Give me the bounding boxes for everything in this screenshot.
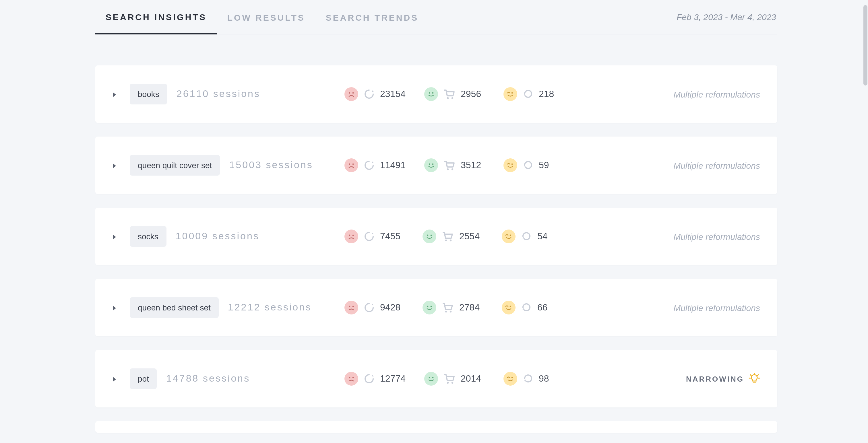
expand-icon[interactable] [113, 92, 117, 96]
row-note: Multiple reformulations [673, 303, 760, 312]
expand-icon[interactable] [113, 163, 117, 167]
metric-bounce: 7455 [344, 229, 404, 243]
exit-icon [364, 89, 374, 99]
refresh-icon [523, 160, 533, 170]
svg-point-33 [451, 382, 453, 384]
query-pill[interactable]: pot [130, 369, 157, 389]
expand-icon[interactable] [113, 376, 117, 381]
svg-point-10 [432, 163, 433, 165]
svg-point-29 [352, 377, 354, 378]
metric-value: 23154 [380, 89, 406, 99]
svg-point-20 [510, 235, 511, 236]
metric-value: 9428 [380, 303, 404, 313]
svg-point-9 [429, 163, 430, 165]
metric-cart: 2554 [423, 229, 484, 243]
expand-icon[interactable] [113, 305, 117, 310]
metric-value: 54 [537, 231, 561, 242]
metric-bounce: 9428 [344, 301, 404, 314]
metric-bounce: 11491 [344, 158, 406, 172]
metric-bounce: 23154 [344, 87, 406, 101]
metric-value: 3512 [461, 160, 485, 170]
sessions-count: 15003 sessions [229, 160, 313, 171]
insight-row: socks 10009 sessions 7455 [95, 208, 777, 265]
sad-face-icon [344, 87, 358, 101]
happy-face-icon [424, 372, 438, 386]
svg-point-12 [451, 168, 453, 170]
metric-cart: 2014 [424, 372, 485, 386]
metric-value: 7455 [380, 231, 404, 242]
metric-value: 2014 [461, 374, 485, 384]
narrowing-label: Narrowing [686, 374, 744, 383]
exit-icon [364, 160, 374, 170]
metric-value: 218 [539, 89, 563, 99]
svg-point-27 [510, 306, 511, 307]
wink-face-icon [503, 87, 517, 101]
svg-point-7 [349, 163, 350, 165]
svg-point-26 [450, 311, 452, 312]
svg-point-19 [450, 240, 452, 241]
query-pill[interactable]: queen quilt cover set [130, 155, 220, 176]
insight-row: queen quilt cover set 15003 sessions 114… [95, 136, 777, 194]
cart-icon [443, 374, 455, 384]
scrollbar-thumb[interactable] [863, 5, 867, 86]
refresh-icon [523, 374, 533, 384]
svg-point-32 [446, 382, 448, 384]
metric-value: 12774 [380, 374, 406, 384]
metric-retry: 59 [503, 158, 563, 172]
metric-retry: 54 [502, 229, 561, 243]
svg-point-14 [349, 235, 350, 236]
svg-point-23 [427, 306, 429, 307]
tabs-row: Search Insights Low Results Search Trend… [95, 0, 777, 34]
metric-value: 98 [539, 374, 563, 384]
svg-point-24 [431, 306, 432, 307]
svg-point-21 [349, 306, 350, 307]
refresh-icon [521, 231, 532, 242]
svg-point-16 [427, 235, 429, 236]
svg-point-1 [352, 92, 354, 94]
svg-point-8 [352, 163, 354, 165]
tab-low-results[interactable]: Low Results [217, 1, 315, 33]
row-note: Multiple reformulations [673, 231, 760, 241]
happy-face-icon [423, 301, 436, 314]
query-pill[interactable]: socks [130, 226, 166, 247]
metric-cart: 2956 [424, 87, 485, 101]
tab-search-insights[interactable]: Search Insights [95, 0, 217, 34]
query-pill[interactable]: books [130, 84, 167, 104]
metric-retry: 98 [503, 372, 563, 386]
tab-search-trends[interactable]: Search Trends [315, 1, 429, 33]
svg-point-3 [432, 92, 433, 94]
svg-point-13 [511, 163, 513, 165]
svg-point-25 [445, 311, 447, 312]
svg-point-28 [349, 377, 350, 378]
cart-icon [443, 160, 455, 170]
insight-row: queen bed sheet set 12212 sessions 9428 [95, 279, 777, 336]
date-range: Feb 3, 2023 - Mar 4, 2023 [677, 12, 777, 22]
svg-point-18 [445, 240, 447, 241]
query-pill[interactable]: queen bed sheet set [130, 297, 219, 318]
row-note: Multiple reformulations [673, 89, 760, 99]
wink-face-icon [503, 372, 517, 386]
cart-icon [442, 231, 454, 242]
sad-face-icon [344, 301, 358, 314]
metric-value: 2956 [461, 89, 485, 99]
metric-cart: 2784 [423, 301, 484, 314]
svg-point-6 [511, 92, 513, 94]
wink-face-icon [502, 301, 516, 314]
expand-icon[interactable] [113, 234, 117, 239]
svg-point-5 [451, 97, 453, 99]
svg-point-15 [352, 235, 354, 236]
svg-point-11 [446, 168, 448, 170]
svg-point-34 [511, 377, 513, 378]
insight-row: books 26110 sessions 23154 [95, 65, 777, 123]
exit-icon [364, 374, 374, 384]
metric-value: 2784 [459, 303, 484, 313]
sessions-count: 14788 sessions [166, 373, 250, 384]
cart-icon [442, 303, 454, 313]
exit-icon [364, 231, 374, 242]
happy-face-icon [424, 87, 438, 101]
svg-point-17 [431, 235, 432, 236]
svg-point-0 [349, 92, 350, 94]
metric-value: 2554 [459, 231, 484, 242]
svg-point-22 [352, 306, 354, 307]
sessions-count: 10009 sessions [176, 231, 259, 242]
